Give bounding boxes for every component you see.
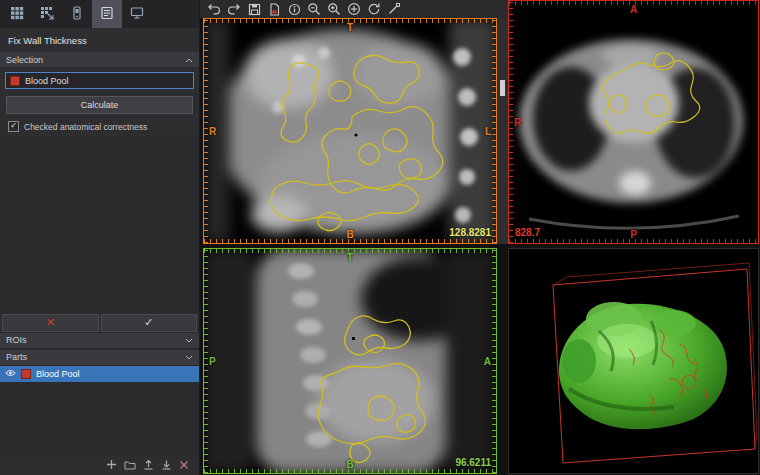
redo-icon	[227, 2, 241, 16]
orientation-label-top: T	[347, 22, 353, 33]
selection-section-header[interactable]: Selection	[0, 51, 199, 68]
export-pdf-button[interactable]	[265, 1, 283, 17]
slice-value: 96.6211	[455, 457, 491, 468]
orientation-label-right: A	[484, 356, 491, 367]
anatomical-correctness-label: Checked anatomical correctness	[24, 122, 147, 132]
zoom-out-button[interactable]	[305, 1, 323, 17]
segment-panel-icon	[100, 6, 114, 23]
chevron-up-icon	[185, 55, 193, 65]
slice-value: 128.8281	[449, 227, 491, 238]
panel-body	[0, 136, 199, 314]
viewport-coronal[interactable]: T R L B 128.8281	[203, 18, 497, 244]
info-icon	[288, 3, 301, 16]
sidebar-toolbar	[0, 0, 199, 28]
ruler	[509, 1, 513, 243]
anatomical-correctness-checkbox[interactable]: ✓	[8, 121, 19, 132]
add-circle-button[interactable]	[345, 1, 363, 17]
add-icon	[106, 459, 117, 470]
layout-grid-icon	[10, 6, 24, 23]
orientation-label-left: R	[209, 126, 216, 137]
calculate-button[interactable]: Calculate	[6, 96, 193, 114]
coronal-ct-image	[204, 19, 496, 243]
orientation-label-top: T	[347, 252, 353, 263]
zoom-in-icon	[327, 2, 341, 16]
accept-button[interactable]: ✓	[101, 314, 198, 332]
segment-panel-button[interactable]	[92, 0, 122, 28]
measure-button[interactable]	[385, 1, 403, 17]
sidebar: Fix Wall Thickness Selection Blood Pool …	[0, 0, 200, 475]
zoom-in-button[interactable]	[325, 1, 343, 17]
selection-item-label: Blood Pool	[25, 76, 69, 86]
layout-grid-button[interactable]	[2, 0, 32, 28]
layout-grid-arrow-icon	[40, 6, 54, 23]
undo-icon	[207, 2, 221, 16]
ruler	[204, 19, 208, 243]
orientation-label-bottom: B	[346, 459, 353, 470]
call-icon	[70, 6, 84, 23]
heart-model	[559, 302, 727, 429]
orientation-label-bottom: P	[630, 229, 637, 240]
export-pdf-icon	[268, 3, 281, 16]
confirm-row: ✕ ✓	[0, 314, 199, 332]
add-circle-icon	[347, 2, 361, 16]
parts-section-header[interactable]: Parts	[0, 349, 199, 366]
export-button[interactable]	[143, 459, 154, 470]
export-icon	[143, 459, 154, 470]
axial-ct-image	[509, 1, 758, 243]
panel-title: Fix Wall Thickness	[0, 28, 199, 51]
rois-header-label: ROIs	[6, 335, 27, 345]
orientation-label-top: A	[630, 4, 637, 15]
add-part-button[interactable]	[106, 459, 117, 470]
measure-icon	[387, 2, 401, 16]
save-icon	[248, 3, 261, 16]
orientation-label-bottom: B	[346, 229, 353, 240]
orientation-label-left: P	[209, 356, 216, 367]
visibility-eye-icon[interactable]	[5, 369, 16, 379]
orientation-label-right: L	[485, 126, 491, 137]
parts-list-toolbar	[0, 456, 199, 475]
viewport-3d[interactable]	[508, 248, 759, 474]
ruler	[492, 249, 496, 473]
parts-item-blood-pool[interactable]: Blood Pool	[0, 366, 199, 382]
monitor-icon	[130, 6, 144, 23]
viewport-axial[interactable]: A R P 828.7	[508, 0, 759, 244]
pointer-dot	[354, 133, 357, 136]
chevron-down-icon	[185, 352, 193, 362]
zoom-out-icon	[307, 2, 321, 16]
monitor-button[interactable]	[122, 0, 152, 28]
slice-scrollbar-handle[interactable]	[500, 80, 505, 96]
ruler	[204, 249, 208, 473]
viewport-sagittal[interactable]: T P A B 96.6211	[203, 248, 497, 474]
layout-grid-arrow-button[interactable]	[32, 0, 62, 28]
parts-list-body	[0, 382, 199, 456]
reject-button[interactable]: ✕	[2, 314, 99, 332]
redo-button[interactable]	[225, 1, 243, 17]
ruler	[492, 19, 496, 243]
orientation-label-left: R	[514, 117, 521, 128]
parts-header-label: Parts	[6, 352, 27, 362]
delete-part-button[interactable]	[179, 460, 189, 470]
slice-scrollbar[interactable]	[497, 18, 508, 244]
delete-icon	[179, 460, 189, 470]
import-button[interactable]	[161, 459, 172, 470]
folder-icon	[124, 460, 136, 470]
viewer-toolbar	[200, 0, 508, 18]
slice-value: 828.7	[515, 227, 540, 238]
save-button[interactable]	[245, 1, 263, 17]
volume-3d-render	[509, 249, 758, 473]
pointer-dot	[352, 337, 355, 340]
color-swatch	[10, 76, 20, 86]
undo-button[interactable]	[205, 1, 223, 17]
reset-view-button[interactable]	[365, 1, 383, 17]
call-button[interactable]	[62, 0, 92, 28]
selection-item-blood-pool[interactable]: Blood Pool	[5, 72, 194, 89]
folder-button[interactable]	[124, 460, 136, 470]
color-swatch	[21, 369, 31, 379]
reset-view-icon	[367, 2, 381, 16]
rois-section-header[interactable]: ROIs	[0, 332, 199, 349]
sagittal-ct-image	[204, 249, 496, 473]
parts-item-label: Blood Pool	[36, 369, 80, 379]
info-button[interactable]	[285, 1, 303, 17]
application-window: Fix Wall Thickness Selection Blood Pool …	[0, 0, 760, 475]
anatomical-correctness-row: ✓ Checked anatomical correctness	[0, 117, 199, 136]
